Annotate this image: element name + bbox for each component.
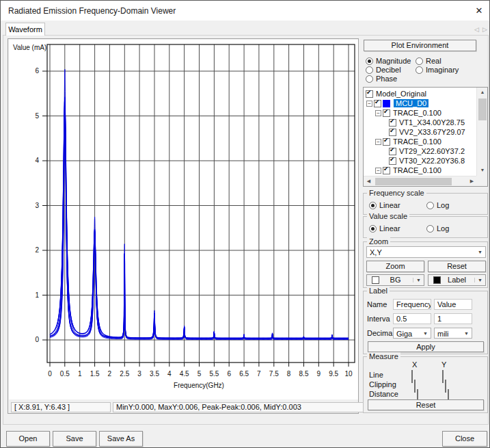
background-color-dropdown[interactable]: BG ▼ — [366, 274, 424, 286]
tree-item-vv2-x33-67y29-07[interactable]: VV2_X33.67Y29.07 — [364, 127, 477, 137]
name-row-label: Name — [367, 300, 387, 308]
decimal-value-dropdown[interactable]: mili ▼ — [434, 328, 472, 339]
tree-item-label[interactable]: TRACE_0.100 — [393, 166, 441, 174]
close-icon[interactable]: ✕ — [469, 1, 489, 21]
interval-value-input[interactable]: 1 — [434, 313, 472, 324]
radio-label: Phase — [376, 75, 397, 83]
tree-item-label[interactable]: VV2_X33.67Y29.07 — [399, 128, 465, 136]
tree-checkbox[interactable] — [389, 148, 396, 155]
radio-label: Log — [437, 224, 449, 233]
group-title: Zoom — [367, 237, 390, 246]
zoom-reset-button[interactable]: Reset — [428, 261, 486, 272]
plot-area[interactable]: 00.511.522.533.544.555.566.577.588.599.5… — [9, 40, 358, 399]
x-tick-label: 0 — [48, 370, 52, 378]
model-tree[interactable]: Model_Original−MCU_D0−TRACE_0.100VT1_X34… — [363, 87, 488, 187]
radio-dot — [426, 225, 434, 233]
vertical-scroll-thumb[interactable] — [478, 98, 487, 120]
tab-scroll-left-icon[interactable]: ◁ — [473, 26, 480, 34]
radio-frequency-linear[interactable]: Linear — [369, 201, 400, 209]
collapse-icon[interactable]: − — [366, 101, 372, 107]
collapse-icon[interactable]: − — [375, 110, 381, 116]
tree-checkbox[interactable] — [389, 129, 396, 136]
tree-checkbox[interactable] — [389, 157, 396, 165]
save-button[interactable]: Save — [53, 431, 96, 447]
name-value-field[interactable]: Value — [434, 299, 472, 310]
x-tick-label: 5.5 — [209, 370, 219, 378]
tree-item-label[interactable]: TRACE_0.100 — [393, 137, 441, 146]
horizontal-scroll-thumb[interactable] — [375, 178, 452, 185]
tree-checkbox[interactable] — [389, 119, 396, 127]
x-tick-label: 5 — [198, 370, 202, 378]
radio-phase[interactable]: Phase — [366, 75, 397, 83]
collapse-icon[interactable]: − — [375, 168, 381, 174]
scroll-up-icon[interactable]: ▲ — [477, 88, 488, 98]
radio-frequency-log[interactable]: Log — [426, 201, 449, 209]
chevron-down-icon: ▼ — [478, 250, 482, 254]
name-frequency-field[interactable]: Frequency — [393, 299, 431, 310]
y-tick-label: 0 — [35, 336, 39, 343]
tab-waveform[interactable]: Waveform — [5, 23, 45, 36]
tree-item-label[interactable]: Model_Original — [376, 90, 426, 98]
tree-checkbox[interactable] — [366, 90, 373, 98]
tree-item-label[interactable]: VT29_X22.60Y37.2 — [399, 147, 465, 155]
scroll-down-icon[interactable]: ▼ — [477, 166, 488, 176]
measure-reset-button[interactable]: Reset — [368, 399, 484, 410]
radio-imaginary[interactable]: Imaginary — [416, 66, 459, 74]
title-bar: Radiated Emission Frequency-Domain Viewe… — [1, 1, 489, 21]
scroll-left-icon[interactable]: ◀ — [364, 176, 374, 187]
line-y-checkbox[interactable] — [442, 370, 444, 383]
x-tick-label: 9 — [317, 370, 321, 378]
radio-value-log[interactable]: Log — [426, 224, 449, 233]
tree-item-vt30-x22-20y36-8[interactable]: VT30_X22.20Y36.8 — [364, 156, 477, 166]
zoom-button[interactable]: Zoom — [366, 261, 424, 272]
tab-scroll-right-icon[interactable]: ▷ — [481, 26, 489, 34]
group-title: Frequency scale — [367, 189, 426, 197]
tree-item-trace-0-100[interactable]: −TRACE_0.100 — [364, 166, 477, 175]
radio-decibel[interactable]: Decibel — [366, 66, 401, 74]
radio-value-linear[interactable]: Linear — [369, 224, 400, 233]
tree-vertical-scrollbar[interactable]: ▲ ▼ — [476, 88, 487, 176]
tree-item-label[interactable]: VT1_X34.00Y28.75 — [399, 118, 465, 127]
radio-real[interactable]: Real — [416, 57, 441, 65]
tree-checkbox[interactable] — [374, 100, 381, 107]
group-title: Label — [367, 287, 390, 295]
apply-button[interactable]: Apply — [368, 341, 484, 352]
y-tick-label: 2 — [35, 246, 39, 254]
save-as-button[interactable]: Save As — [99, 431, 143, 447]
measure-distance-label: Distance — [369, 390, 398, 398]
interval-frequency-input[interactable]: 0.5 — [393, 313, 431, 324]
tree-checkbox[interactable] — [383, 138, 390, 146]
tree-item-vt1-x34-00y28-75[interactable]: VT1_X34.00Y28.75 — [364, 118, 477, 127]
open-button[interactable]: Open — [6, 431, 50, 447]
x-tick-label: 7 — [257, 370, 261, 378]
tree-item-label[interactable]: VT30_X22.20Y36.8 — [399, 157, 465, 165]
tree-item-mcu-d0[interactable]: −MCU_D0 — [364, 98, 477, 108]
label-color-dropdown[interactable]: Label ▼ — [428, 274, 486, 286]
tree-checkbox[interactable] — [383, 167, 390, 174]
close-button[interactable]: Close — [442, 431, 487, 447]
radio-magnitude[interactable]: Magnitude — [366, 57, 411, 65]
line-x-checkbox[interactable] — [411, 370, 413, 383]
x-tick-label: 3.5 — [150, 370, 159, 378]
tree-item-vt29-x22-60y37-2[interactable]: VT29_X22.60Y37.2 — [364, 146, 477, 156]
scroll-right-icon[interactable]: ▶ — [467, 176, 477, 187]
x-tick-label: 8 — [287, 370, 291, 378]
measure-clipping-label: Clipping — [369, 380, 396, 388]
x-tick-label: 9.5 — [329, 370, 338, 378]
plot-environment-button[interactable]: Plot Environment — [364, 40, 476, 51]
clipping-y-checkbox[interactable] — [445, 380, 446, 393]
chevron-down-icon: ▼ — [423, 331, 428, 336]
zoom-mode-dropdown[interactable]: X,Y ▼ — [366, 246, 486, 258]
collapse-icon[interactable]: − — [375, 139, 381, 145]
tree-item-label[interactable]: TRACE_0.100 — [393, 109, 441, 117]
decimal-frequency-dropdown[interactable]: Giga ▼ — [393, 328, 431, 339]
tree-horizontal-scrollbar[interactable]: ◀ ▶ — [364, 176, 477, 186]
tree-item-model-original[interactable]: Model_Original — [364, 89, 477, 98]
tree-item-trace-0-100[interactable]: −TRACE_0.100 — [364, 137, 477, 146]
clipping-x-checkbox[interactable] — [414, 380, 416, 393]
statistics-status: MinY:0.000, MaxY:0.006, Peak-Peak:0.006,… — [113, 402, 364, 412]
tree-item-trace-0-100[interactable]: −TRACE_0.100 — [364, 108, 477, 118]
tree-checkbox[interactable] — [383, 109, 390, 117]
tree-item-label[interactable]: MCU_D0 — [394, 99, 428, 107]
frequency-domain-chart[interactable]: 00.511.522.533.544.555.566.577.588.599.5… — [9, 40, 358, 399]
